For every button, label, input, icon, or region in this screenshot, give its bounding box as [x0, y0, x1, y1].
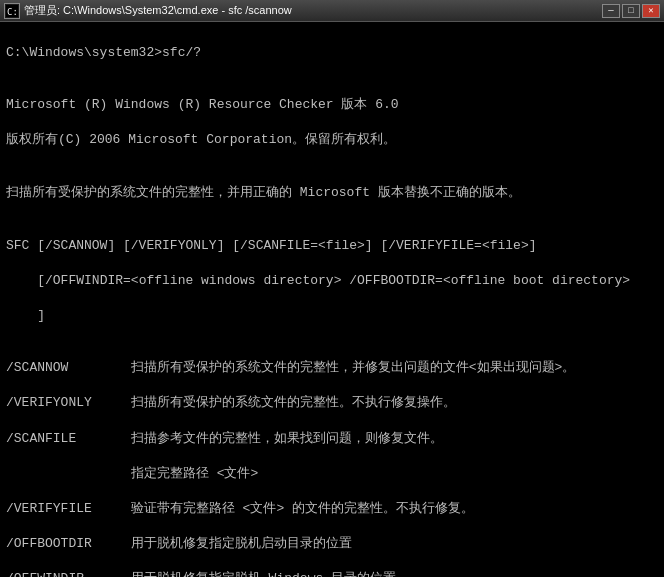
terminal-line: ] [6, 307, 658, 325]
terminal-line: [/OFFWINDIR=<offline windows directory> … [6, 272, 658, 290]
terminal-line: /VERIFYFILE 验证带有完整路径 <文件> 的文件的完整性。不执行修复。 [6, 500, 658, 518]
terminal-line: 扫描所有受保护的系统文件的完整性，并用正确的 Microsoft 版本替换不正确… [6, 184, 658, 202]
terminal-line: C:\Windows\system32>sfc/? [6, 44, 658, 62]
title-bar-left: C:\ 管理员: C:\Windows\System32\cmd.exe - s… [4, 3, 292, 19]
terminal-line: /OFFBOOTDIR 用于脱机修复指定脱机启动目录的位置 [6, 535, 658, 553]
terminal-line: /SCANNOW 扫描所有受保护的系统文件的完整性，并修复出问题的文件<如果出现… [6, 359, 658, 377]
terminal-line: /SCANFILE 扫描参考文件的完整性，如果找到问题，则修复文件。 [6, 430, 658, 448]
title-bar: C:\ 管理员: C:\Windows\System32\cmd.exe - s… [0, 0, 664, 22]
svg-text:C:\: C:\ [7, 7, 18, 17]
terminal-window: C:\Windows\system32>sfc/? Microsoft (R) … [0, 22, 664, 577]
terminal-line: /OFFWINDIR 用于脱机修复指定脱机 Windows 目录的位置 [6, 570, 658, 577]
terminal-line: SFC [/SCANNOW] [/VERIFYONLY] [/SCANFILE=… [6, 237, 658, 255]
terminal-line: /VERIFYONLY 扫描所有受保护的系统文件的完整性。不执行修复操作。 [6, 394, 658, 412]
maximize-button[interactable]: □ [622, 4, 640, 18]
cmd-icon: C:\ [4, 3, 20, 19]
terminal-line: Microsoft (R) Windows (R) Resource Check… [6, 96, 658, 114]
minimize-button[interactable]: ─ [602, 4, 620, 18]
title-bar-buttons: ─ □ ✕ [602, 4, 660, 18]
terminal-line: 指定完整路径 <文件> [6, 465, 658, 483]
terminal-line: 版权所有(C) 2006 Microsoft Corporation。保留所有权… [6, 131, 658, 149]
close-button[interactable]: ✕ [642, 4, 660, 18]
title-bar-title: 管理员: C:\Windows\System32\cmd.exe - sfc /… [24, 3, 292, 18]
